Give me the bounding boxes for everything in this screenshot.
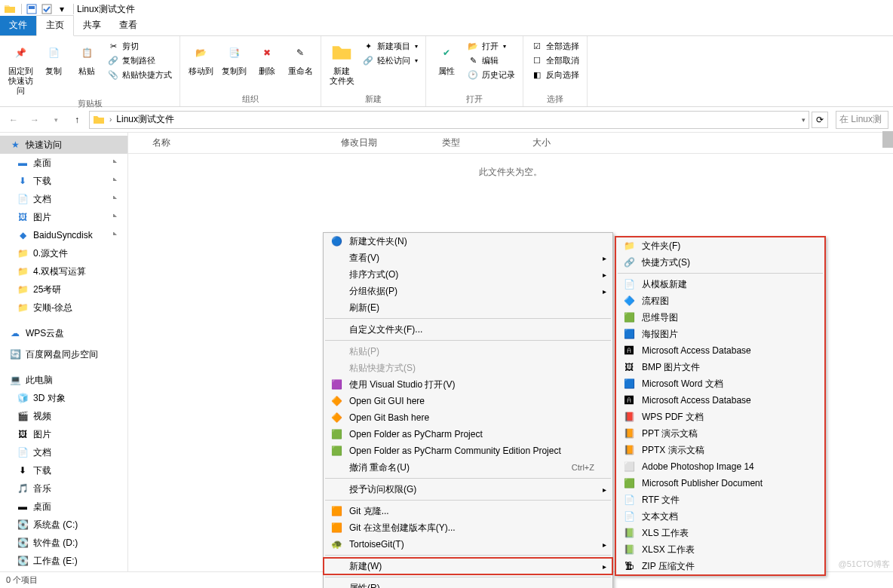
menu-item[interactable]: 🟩思维导图 [616, 309, 824, 326]
menu-item[interactable]: 📄从模板新建 [616, 276, 824, 292]
menu-item[interactable]: 📕WPS PDF 文档 [616, 409, 824, 425]
nav-documents[interactable]: 📄文档 [0, 190, 127, 208]
menu-item[interactable]: 🟧Git 在这里创建版本库(Y)... [324, 519, 612, 536]
nav-desk2[interactable]: ▬桌面 [0, 498, 127, 516]
nav-pics2[interactable]: 🖼图片 [0, 425, 127, 443]
col-type[interactable]: 类型 [442, 136, 532, 149]
nav-folder-src[interactable]: 📁0.源文件 [0, 244, 127, 262]
delete-button[interactable]: ✖删除 [251, 38, 283, 76]
menu-item[interactable]: 自定义文件夹(F)... [324, 321, 612, 338]
context-menu[interactable]: 🔵新建文件夹(N)查看(V)▸排序方式(O)▸分组依据(P)▸刷新(E)自定义文… [323, 232, 613, 588]
edit-button[interactable]: ✎编辑 [464, 54, 518, 67]
menu-item[interactable]: 🟦Microsoft Word 文档 [616, 375, 824, 392]
nav-desktop[interactable]: ▬桌面 [0, 154, 127, 172]
nav-docs2[interactable]: 📄文档 [0, 443, 127, 461]
menu-item[interactable]: 🐢TortoiseGit(T)▸ [324, 536, 612, 553]
menu-item[interactable]: 📁文件夹(F) [616, 237, 824, 254]
menu-item[interactable]: 撤消 重命名(U)Ctrl+Z [324, 459, 612, 476]
nav-folder-kao[interactable]: 📁25考研 [0, 280, 127, 299]
nav-edrive[interactable]: 💽工作盘 (E:) [0, 552, 127, 570]
open-button[interactable]: 📂打开▾ [464, 39, 518, 53]
copypath-button[interactable]: 🔗复制路径 [104, 54, 175, 67]
breadcrumb-item[interactable]: Linux测试文件 [116, 113, 174, 126]
tab-file[interactable]: 文件 [0, 16, 36, 35]
menu-item[interactable]: 🔷流程图 [616, 292, 824, 309]
nav-3d[interactable]: 🧊3D 对象 [0, 389, 127, 407]
nav-recent-button[interactable]: ▾ [47, 111, 65, 129]
menu-item[interactable]: 🟪使用 Visual Studio 打开(V) [324, 376, 612, 393]
nav-quick-access[interactable]: ★快速访问 [0, 136, 127, 154]
col-size[interactable]: 大小 [532, 136, 551, 149]
invert-button[interactable]: ◧反向选择 [528, 68, 582, 81]
menu-item[interactable]: 🔶Open Git Bash here [324, 409, 612, 426]
tab-view[interactable]: 查看 [110, 16, 146, 35]
menu-item[interactable]: 排序方式(O)▸ [324, 266, 612, 283]
moveto-button[interactable]: 📂移动到 [185, 38, 216, 76]
menu-item[interactable]: 🖼BMP 图片文件 [616, 359, 824, 375]
nav-folder-an[interactable]: 📁安顺-徐总 [0, 299, 127, 317]
tab-home[interactable]: 主页 [36, 15, 74, 36]
menu-item[interactable]: 🅰Microsoft Access Database [616, 392, 824, 409]
menu-item[interactable]: 📙PPT 演示文稿 [616, 425, 824, 442]
menu-item[interactable]: 🔗快捷方式(S) [616, 254, 824, 271]
menu-item[interactable]: 🟩Open Folder as PyCharm Community Editio… [324, 443, 612, 459]
paste-button[interactable]: 📋粘贴 [71, 38, 103, 76]
nav-back-button[interactable]: ← [5, 111, 23, 129]
qat-save-icon[interactable] [25, 2, 38, 16]
history-button[interactable]: 🕑历史记录 [464, 68, 518, 81]
menu-item[interactable]: 属性(R) [324, 580, 612, 588]
cut-button[interactable]: ✂剪切 [104, 39, 175, 53]
menu-item[interactable]: 新建(W)▸ [324, 558, 612, 574]
nav-up-button[interactable]: ↑ [68, 111, 86, 129]
menu-item[interactable]: ⬜Adobe Photoshop Image 14 [616, 458, 824, 475]
menu-item[interactable]: 📗XLS 工作表 [616, 525, 824, 541]
pin-button[interactable]: 📌固定到 快速访问 [5, 38, 36, 96]
refresh-button[interactable]: ⟳ [812, 112, 828, 128]
menu-item[interactable]: 分组依据(P)▸ [324, 283, 612, 299]
menu-item[interactable]: 📙PPTX 演示文稿 [616, 442, 824, 458]
copy-button[interactable]: 📄复制 [38, 38, 69, 76]
menu-item[interactable]: 🅰Microsoft Access Database [616, 342, 824, 359]
menu-item[interactable]: 🗜ZIP 压缩文件 [616, 558, 824, 574]
menu-item[interactable]: 🔵新建文件夹(N) [324, 233, 612, 250]
menu-item[interactable]: 🔶Open Git GUI here [324, 393, 612, 409]
properties-button[interactable]: ✔属性 [431, 38, 462, 76]
nav-pictures[interactable]: 🖼图片 [0, 208, 127, 226]
nav-forward-button[interactable]: → [26, 111, 44, 129]
nav-music[interactable]: 🎵音乐 [0, 479, 127, 498]
nav-ddrive[interactable]: 💽软件盘 (D:) [0, 534, 127, 552]
qat-dropdown-icon[interactable]: ▾ [55, 2, 69, 16]
menu-item[interactable]: 查看(V)▸ [324, 250, 612, 266]
col-modified[interactable]: 修改日期 [341, 136, 442, 149]
navigation-pane[interactable]: ★快速访问 ▬桌面 ⬇下载 📄文档 🖼图片 ◆BaiduSyncdisk 📁0.… [0, 133, 128, 571]
qat-check-icon[interactable] [40, 2, 54, 16]
rename-button[interactable]: ✎重命名 [284, 38, 316, 76]
search-input[interactable]: 在 Linux测 [836, 111, 888, 129]
menu-item[interactable]: 🟩Microsoft Publisher Document [616, 475, 824, 492]
nav-bdsync[interactable]: 🔄百度网盘同步空间 [0, 345, 127, 363]
nav-folder-dual[interactable]: 📁4.双模写运算 [0, 262, 127, 280]
menu-item[interactable]: 🟩Open Folder as PyCharm Project [324, 426, 612, 443]
nav-cdrive[interactable]: 💽系统盘 (C:) [0, 516, 127, 534]
nav-downloads[interactable]: ⬇下载 [0, 172, 127, 190]
menu-item[interactable]: 授予访问权限(G)▸ [324, 481, 612, 498]
copyto-button[interactable]: 📑复制到 [218, 38, 250, 76]
nav-dl2[interactable]: ⬇下载 [0, 461, 127, 479]
menu-item[interactable]: 📄文本文档 [616, 508, 824, 525]
selectall-button[interactable]: ☑全部选择 [528, 39, 582, 53]
pasteshortcut-button[interactable]: 📎粘贴快捷方式 [104, 68, 175, 81]
col-name[interactable]: 名称 [152, 136, 341, 149]
newitem-button[interactable]: ✦新建项目▾ [359, 39, 421, 53]
menu-item[interactable]: 刷新(E) [324, 299, 612, 316]
nav-thispc[interactable]: 💻此电脑 [0, 371, 127, 389]
newfolder-button[interactable]: 新建 文件夹 [326, 38, 358, 86]
menu-item[interactable]: 🟧Git 克隆... [324, 503, 612, 519]
easyaccess-button[interactable]: 🔗轻松访问▾ [359, 54, 421, 67]
tab-share[interactable]: 共享 [74, 16, 110, 35]
column-headers[interactable]: 名称 修改日期 类型 大小 [128, 133, 893, 154]
nav-baidu[interactable]: ◆BaiduSyncdisk [0, 226, 127, 244]
selectnone-button[interactable]: ☐全部取消 [528, 54, 582, 67]
context-submenu-new[interactable]: 📁文件夹(F)🔗快捷方式(S)📄从模板新建🔷流程图🟩思维导图🟦海报图片🅰Micr… [615, 236, 826, 576]
menu-item[interactable]: 📄RTF 文件 [616, 492, 824, 508]
breadcrumb-box[interactable]: › Linux测试文件 ▾ [89, 111, 809, 129]
